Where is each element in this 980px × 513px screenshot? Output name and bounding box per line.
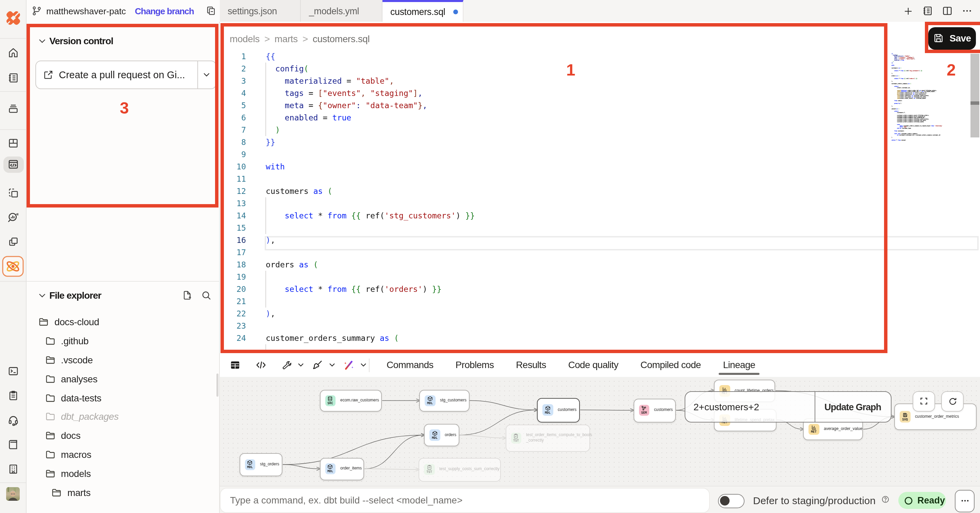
more-options-button[interactable] <box>962 5 972 16</box>
chevron-down-icon <box>37 291 47 300</box>
update-graph-button[interactable]: Update Graph <box>815 392 891 422</box>
lineage-query-input[interactable]: 2+customers+2 <box>685 392 815 422</box>
format-button[interactable] <box>312 353 336 377</box>
rail-item-code-editor[interactable] <box>0 156 26 173</box>
tree-item-.github[interactable]: .github <box>45 332 89 351</box>
rail-item-grid[interactable] <box>0 137 26 148</box>
node-badge-MDL: MDL <box>430 430 440 441</box>
editor-tab-settings.json[interactable]: settings.json <box>220 0 301 22</box>
rail-item-search-insights[interactable] <box>0 211 26 223</box>
node-badge-icon <box>722 386 727 392</box>
node-label: stg_customers <box>440 398 466 403</box>
results-table-button[interactable] <box>229 353 240 377</box>
file-explorer-header[interactable]: File explorer <box>37 290 101 301</box>
dbt-logo-icon <box>5 9 21 26</box>
panel-tab-label: Lineage <box>723 360 756 370</box>
rail-item-select-area[interactable] <box>0 187 26 199</box>
command-input[interactable]: Type a command, ex. dbt build --select <… <box>220 488 710 513</box>
panel-tab-Commands[interactable]: Commands <box>375 353 445 377</box>
notebook-panel-button[interactable] <box>922 5 933 16</box>
split-editor-button[interactable] <box>942 5 953 16</box>
folder-open-icon <box>45 468 56 479</box>
node-badge-MDL: MDL <box>425 395 435 406</box>
editor-tab-customers.sql[interactable]: customers.sql <box>382 0 463 22</box>
top-bar: matthewshaver-patc Change branch setting… <box>27 0 980 22</box>
lineage-canvas[interactable]: SRCecom.raw_customersMDLstg_customersMDL… <box>220 377 980 486</box>
lineage-node-stg_orders[interactable]: MDLstg_orders <box>239 453 282 476</box>
node-label: customers <box>654 408 673 413</box>
lineage-node-stg_customers[interactable]: MDLstg_customers <box>419 389 469 411</box>
rail-item-catalyst[interactable] <box>0 256 26 276</box>
ai-fix-button[interactable] <box>343 353 368 377</box>
tree-item-data-tests[interactable]: data-tests <box>45 389 102 408</box>
rail-item-building[interactable] <box>0 463 26 475</box>
topbar-actions <box>903 0 972 22</box>
node-badge-icon <box>328 464 333 469</box>
lineage-node-ecom.raw_customers[interactable]: SRCecom.raw_customers <box>320 389 382 411</box>
notebook2-icon <box>922 5 933 16</box>
rail-item-terminal[interactable] <box>0 365 26 376</box>
panel-tab-Code quality[interactable]: Code quality <box>557 353 629 377</box>
refresh-button[interactable] <box>941 391 964 411</box>
node-badge-text: MDL <box>432 436 438 440</box>
rail-item-archive[interactable] <box>0 103 26 114</box>
panel-tab-Problems[interactable]: Problems <box>444 353 505 377</box>
new-file-button[interactable] <box>181 290 192 301</box>
tree-item-macros[interactable]: macros <box>45 445 91 464</box>
ide-status-badge[interactable]: Ready <box>898 492 946 509</box>
copy-branch-icon[interactable] <box>205 5 216 16</box>
build-tools-button[interactable] <box>280 353 305 377</box>
annotation-number-2: 2 <box>947 60 956 79</box>
tree-item-label: data-tests <box>61 392 102 403</box>
defer-help-icon[interactable] <box>881 495 889 503</box>
editor-tab-_models.yml[interactable]: _models.yml <box>301 0 382 22</box>
command-more-button[interactable] <box>955 489 975 512</box>
windows-icon <box>7 236 19 247</box>
dbt-logo[interactable] <box>0 8 26 27</box>
lineage-node-test_supply_costs_sum_correctly[interactable]: TSTtest_supply_costs_sum_correctly <box>418 457 501 481</box>
user-avatar[interactable] <box>0 487 26 501</box>
rail-item-windows[interactable] <box>0 236 26 247</box>
editor-scrollbar[interactable] <box>970 53 979 137</box>
tree-item-models[interactable]: models <box>45 464 91 483</box>
tree-item-dbt_packages[interactable]: dbt_packages <box>45 407 119 426</box>
lineage-node-order_items[interactable]: MDLorder_items <box>320 457 364 480</box>
lineage-node-customers[interactable]: SEMcustomers <box>633 399 676 422</box>
panel-tab-Compiled code[interactable]: Compiled code <box>630 353 712 377</box>
command-bar: Type a command, ex. dbt build --select <… <box>220 486 980 513</box>
lineage-node-orders[interactable]: MDLorders <box>424 424 459 446</box>
file-tree-scrollbar[interactable] <box>216 373 218 397</box>
tab-label: settings.json <box>228 6 277 16</box>
rail-divider <box>0 129 26 130</box>
rail-item-headset[interactable] <box>0 415 26 426</box>
status-ring-icon <box>904 496 913 505</box>
select-area-icon <box>7 187 19 199</box>
tree-item-docs[interactable]: docs <box>45 426 81 445</box>
tree-item-marts[interactable]: marts <box>51 483 91 502</box>
code-icon <box>255 359 266 371</box>
branch-name[interactable]: matthewshaver-patc <box>46 6 126 16</box>
tree-item-analyses[interactable]: analyses <box>45 369 97 389</box>
change-branch-link[interactable]: Change branch <box>135 6 194 16</box>
tree-item-.vscode[interactable]: .vscode <box>45 350 93 369</box>
panel-tab-Results[interactable]: Results <box>505 353 557 377</box>
lineage-node-customer_order_metrics[interactable]: SVQcustomer_order_metrics <box>894 403 976 430</box>
rail-item-notebook[interactable] <box>0 72 26 83</box>
new-tab-button[interactable] <box>903 6 913 16</box>
icon-rail <box>0 0 27 513</box>
rail-item-clipboard[interactable] <box>0 389 26 401</box>
minimap[interactable]: {{ config( materialized = "table", tags … <box>891 53 943 291</box>
rail-divider <box>0 91 26 92</box>
node-badge-SEM: SEM <box>639 405 649 416</box>
node-badge-icon <box>247 460 253 465</box>
lineage-node-test_order_items_compute_to_bools_correctly[interactable]: TSTtest_order_items_compute_to_bools_cor… <box>505 424 590 451</box>
lineage-node-customers[interactable]: MDLcustomers <box>537 398 580 422</box>
fullscreen-button[interactable] <box>912 391 935 411</box>
rail-item-book[interactable] <box>0 439 26 450</box>
search-files-button[interactable] <box>200 290 211 301</box>
tree-item-docs-cloud[interactable]: docs-cloud <box>38 313 99 332</box>
defer-toggle[interactable] <box>718 494 745 508</box>
code-view-button[interactable] <box>255 353 266 377</box>
rail-item-home[interactable] <box>0 47 26 58</box>
panel-tab-Lineage[interactable]: Lineage <box>712 353 766 377</box>
